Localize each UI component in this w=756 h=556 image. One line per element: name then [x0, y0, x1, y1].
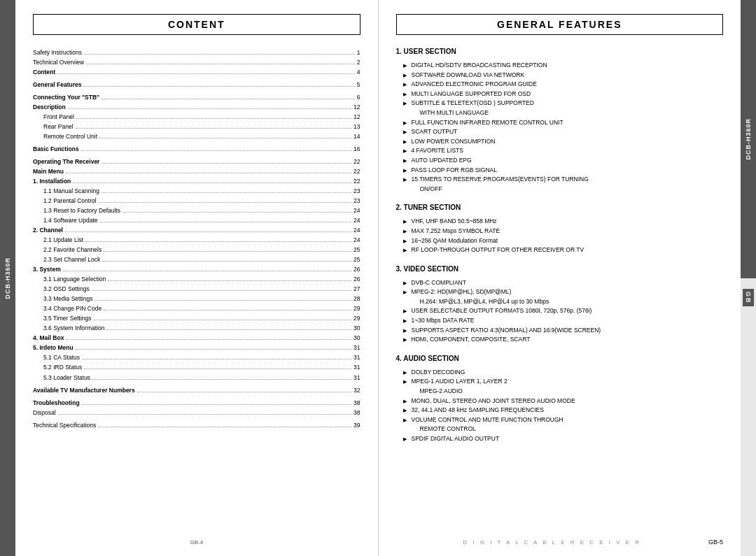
- toc-label: Rear Panel: [43, 122, 74, 131]
- toc-item: 3.2 OSD Settings27: [33, 284, 360, 294]
- feature-item: H.264: MP@L3, MP@L4, HP@L4 up to 30 Mbps: [403, 297, 724, 307]
- toc-label: 2. Channel: [33, 225, 63, 235]
- toc-item: 2.1 Update List24: [33, 235, 360, 245]
- toc-label: Technical Overview: [33, 57, 84, 67]
- toc-page: 26: [354, 264, 360, 274]
- toc-dots: [85, 241, 351, 242]
- toc-item: 3.6 System Information30: [33, 323, 360, 333]
- toc-page: 27: [354, 284, 360, 294]
- main-content: CONTENT Safety Instructions1Technical Ov…: [15, 0, 741, 556]
- section-header: 1. USER SECTION: [396, 48, 724, 55]
- toc-label: 1. Installation: [33, 176, 71, 186]
- toc-label: 5.3 Loader Status: [43, 373, 90, 383]
- toc-item: Available TV Manufacturer Numbers32: [33, 385, 360, 395]
- feature-item: 15 TIMERS TO RESERVE PROGRAMS(EVENTS) FO…: [403, 175, 724, 185]
- toc-label: Available TV Manufacturer Numbers: [33, 385, 135, 395]
- toc-item: 2.2 Favorite Channels25: [33, 245, 360, 255]
- feature-item: SUPPORTS ASPECT RATIO 4:3(NORMAL) AND 16…: [403, 326, 724, 336]
- toc-page: 24: [354, 235, 360, 245]
- toc-label: 3.6 System Information: [43, 323, 104, 333]
- toc-label: Safety Instructions: [33, 48, 82, 57]
- toc-dots: [106, 329, 351, 330]
- feature-item: PASS LOOP FOR RGB SIGNAL: [403, 166, 724, 176]
- toc-dots: [92, 379, 351, 380]
- toc-dots: [76, 349, 351, 350]
- toc-dots: [94, 320, 352, 320]
- section-header: 4. AUDIO SECTION: [396, 355, 724, 362]
- toc-page: 4: [357, 67, 360, 77]
- toc-page: 1: [357, 48, 360, 57]
- toc-item: 3.4 Change PIN Code29: [33, 304, 360, 313]
- toc-page: 14: [354, 131, 360, 141]
- toc-label: Operating The Receiver: [33, 157, 99, 166]
- feature-item: RF LOOP-THROUGH OUTPUT FOR OTHER RECEIVE…: [403, 245, 724, 255]
- toc-page: 12: [354, 102, 360, 112]
- toc-page: 25: [354, 245, 360, 255]
- toc-dots: [108, 280, 351, 281]
- toc-label: 3.3 Media Settings: [43, 294, 92, 304]
- toc-label: 1.4 Software Update: [43, 215, 98, 225]
- toc-page: 12: [354, 112, 360, 122]
- toc-item: Connecting Your "STB"6: [33, 92, 360, 102]
- feature-item: WITH MULTI LANGUAGE: [403, 108, 724, 118]
- toc-item: Operating The Receiver22: [33, 157, 360, 166]
- feature-item: MPEG-2 AUDIO: [403, 387, 724, 397]
- toc-page: 38: [354, 398, 360, 408]
- toc-item: Content4: [33, 67, 360, 77]
- toc-item: 2.3 Set Channel Lock25: [33, 255, 360, 264]
- right-footer-page-right: GB-5: [708, 539, 723, 546]
- toc-item: 1.1 Manual Scanning23: [33, 186, 360, 196]
- toc-page: 24: [354, 215, 360, 225]
- feature-item: DVB-C COMPLIANT: [403, 278, 724, 288]
- toc-dots: [98, 427, 351, 427]
- toc-page: 28: [354, 294, 360, 304]
- toc-dots: [57, 73, 355, 74]
- toc-item: Main Menu22: [33, 166, 360, 176]
- toc-dots: [65, 231, 351, 232]
- toc-label: 3.1 Language Selection: [43, 274, 106, 284]
- left-tab-label: DCB-H360R: [4, 257, 11, 299]
- right-side-tab: DCB-H360R: [741, 0, 756, 278]
- left-page: CONTENT Safety Instructions1Technical Ov…: [15, 0, 379, 556]
- toc-label: General Features: [33, 80, 81, 90]
- feature-item: LOW POWER CONSUMPTION: [403, 137, 724, 147]
- right-page: GENERAL FEATURES 1. USER SECTIONDIGITAL …: [379, 0, 741, 556]
- toc-page: 31: [354, 373, 360, 383]
- toc-label: 3.2 OSD Settings: [43, 284, 90, 294]
- toc-dots: [104, 310, 351, 311]
- toc-item: Disposal38: [33, 408, 360, 418]
- toc-page: 32: [354, 385, 360, 395]
- toc-page: 26: [354, 274, 360, 284]
- toc-label: Main Menu: [33, 166, 64, 176]
- toc-dots: [102, 261, 351, 262]
- toc-label: Description: [33, 102, 66, 112]
- toc-dots: [66, 173, 351, 173]
- toc-page: 24: [354, 206, 360, 215]
- toc-item: 1.2 Parental Control23: [33, 196, 360, 206]
- feature-item: 32, 44.1 AND 48 kHz SAMPLING FREQUENCIES: [403, 406, 724, 415]
- feature-item: REMOTE CONTROL: [403, 425, 724, 434]
- toc-page: 31: [354, 362, 360, 372]
- feature-item: USER SELECTABLE OUTPUT FORMATS 1080I, 72…: [403, 306, 724, 316]
- right-page-title: GENERAL FEATURES: [404, 19, 716, 30]
- toc-dots: [102, 163, 351, 164]
- feature-item: DIGITAL HD/SDTV BROADCASTING RECEPTION: [403, 61, 724, 71]
- toc-page: 6: [357, 92, 360, 102]
- toc-page: 23: [354, 196, 360, 206]
- toc-label: 5.2 IRD Status: [43, 362, 82, 372]
- toc-dots: [63, 271, 351, 271]
- toc-label: 5. Irdeto Menu: [33, 343, 74, 352]
- toc-item: 1. Installation22: [33, 176, 360, 186]
- toc-page: 22: [354, 166, 360, 176]
- feature-item: MULTI LANGUAGE SUPPORTED FOR OSD: [403, 90, 724, 99]
- toc-dots: [66, 339, 351, 340]
- toc-dots: [68, 108, 351, 109]
- toc-dots: [99, 202, 351, 203]
- gb-tab-area: GB: [741, 278, 756, 557]
- toc-page: 29: [354, 313, 360, 323]
- toc-page: 22: [354, 157, 360, 166]
- gb-tab: GB: [743, 289, 754, 307]
- toc-dots: [84, 369, 351, 369]
- feature-item: SCART OUTPUT: [403, 127, 724, 137]
- feature-list: DIGITAL HD/SDTV BROADCASTING RECEPTIONSO…: [396, 61, 724, 194]
